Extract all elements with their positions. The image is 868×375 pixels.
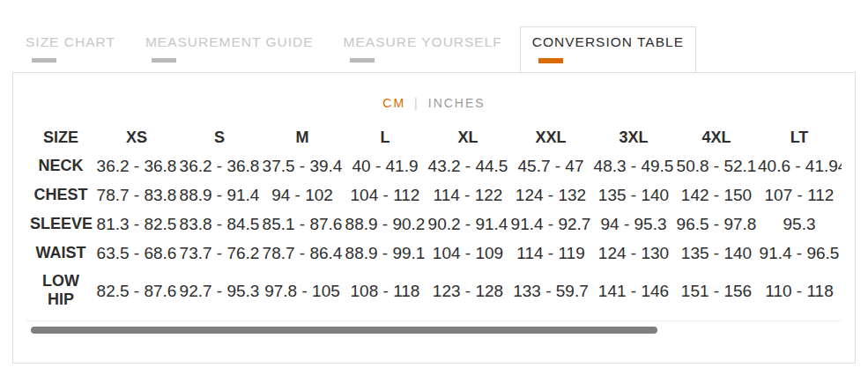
table-cell: 48.3 - 49.5 [592,151,675,180]
column-header-xs: XS [95,123,178,151]
table-cell: 114 - 122 [427,180,509,210]
unit-separator: | [414,96,419,110]
tab-size-chart[interactable]: SIZE CHART [13,26,128,72]
column-header-4xl: 4XL [675,123,758,151]
conversion-table-panel: CM|INCHES SIZEXSSMLXLXXL3XL4XLLT NECK36.… [12,72,856,364]
table-cell: 83.8 - 84.5 [178,210,261,239]
table-row-waist: WAIST63.5 - 68.673.7 - 76.278.7 - 86.488… [26,239,841,268]
table-cell: 141 - 146 [592,268,675,313]
table-scroll-area[interactable]: SIZEXSSMLXLXXL3XL4XLLT NECK36.2 - 36.836… [26,123,842,313]
table-cell: 88.9 - 91.4 [178,180,261,210]
table-cell: 85.1 - 87.6 [261,210,344,239]
table-cell: 142 - 150 [675,180,758,210]
column-header-l: L [344,123,427,151]
table-cell: 133 - 59.7 [509,268,592,313]
size-conversion-table: SIZEXSSMLXLXXL3XL4XLLT NECK36.2 - 36.836… [26,123,841,313]
table-cell: 91.4 - 92.7 [509,210,592,239]
column-header-lt: LT [758,123,841,151]
table-cell: 95.3 [758,210,841,239]
column-header-size: SIZE [26,123,95,151]
tab-conversion-table[interactable]: CONVERSION TABLE [520,26,696,72]
table-cell: 104 - 109 [427,239,509,268]
table-cell: 97.8 - 105 [261,268,344,313]
unit-toggle: CM|INCHES [13,96,855,111]
table-row-low-hip: LOW HIP82.5 - 87.692.7 - 95.397.8 - 1051… [26,268,841,313]
horizontal-scrollbar-thumb[interactable] [31,327,657,334]
row-label: SLEEVE [26,210,95,239]
tab-underline-bar [538,58,563,63]
table-cell: 91.4 - 96.5 [758,239,841,268]
table-cell: 36.2 - 36.8 [178,151,261,180]
table-row-neck: NECK36.2 - 36.836.2 - 36.837.5 - 39.440 … [26,151,841,180]
table-cell: 96.5 - 97.8 [675,210,758,239]
table-cell: 37.5 - 39.4 [261,151,344,180]
table-cell: 92.7 - 95.3 [178,268,261,313]
table-cell: 104 - 112 [344,180,427,210]
table-cell: 90.2 - 91.4 [427,210,509,239]
tab-label: MEASURE YOURSELF [344,33,502,50]
table-cell: 107 - 112 [758,180,841,210]
table-cell: 63.5 - 68.6 [95,239,178,268]
table-cell: 73.7 - 76.2 [178,239,261,268]
row-label: LOW HIP [26,268,95,313]
column-header-3xl: 3XL [592,123,675,151]
table-cell: 88.9 - 99.1 [344,239,427,268]
table-cell: 43.2 - 44.5 [427,151,509,180]
column-header-xxl: XXL [509,123,592,151]
table-header-row: SIZEXSSMLXLXXL3XL4XLLT [26,123,841,151]
tab-label: CONVERSION TABLE [532,33,684,50]
column-header-xl: XL [427,123,509,151]
unit-option-inches[interactable]: INCHES [428,96,486,110]
unit-option-cm[interactable]: CM [382,96,405,110]
table-cell: 45.7 - 47 [509,151,592,180]
table-cell: 78.7 - 83.8 [95,180,178,210]
tab-underline-bar [32,58,56,62]
table-cell: 124 - 132 [509,180,592,210]
table-cell: 78.7 - 86.4 [261,239,344,268]
table-bottom-divider [26,320,842,321]
tab-underline-bar [152,58,176,62]
table-cell: 81.3 - 82.5 [95,210,178,239]
table-cell: 88.9 - 90.2 [344,210,427,239]
row-label: NECK [26,151,95,180]
table-row-sleeve: SLEEVE81.3 - 82.583.8 - 84.585.1 - 87.68… [26,210,841,239]
tab-bar: SIZE CHART MEASUREMENT GUIDE MEASURE YOU… [0,26,868,72]
size-chart-widget: SIZE CHART MEASUREMENT GUIDE MEASURE YOU… [0,0,868,364]
table-cell: 36.2 - 36.8 [95,151,178,180]
table-cell: 135 - 140 [592,180,675,210]
tab-measure-yourself[interactable]: MEASURE YOURSELF [331,26,515,72]
row-label: CHEST [26,180,95,210]
tab-label: MEASUREMENT GUIDE [145,33,314,50]
table-cell: 40 - 41.9 [344,151,427,180]
tab-measurement-guide[interactable]: MEASUREMENT GUIDE [133,26,326,72]
table-cell: 123 - 128 [427,268,509,313]
tab-underline-bar [350,58,375,62]
table-cell: 110 - 118 [758,268,841,313]
row-label: WAIST [26,239,95,268]
table-cell: 94 - 95.3 [592,210,675,239]
table-cell: 82.5 - 87.6 [95,268,178,313]
table-cell: 151 - 156 [675,268,758,313]
table-cell: 135 - 140 [675,239,758,268]
table-cell: 94 - 102 [261,180,344,210]
table-cell: 124 - 130 [592,239,675,268]
tab-label: SIZE CHART [26,33,115,50]
table-cell: 40.6 - 41.94 [758,151,841,180]
table-row-chest: CHEST78.7 - 83.888.9 - 91.494 - 102104 -… [26,180,841,210]
table-cell: 114 - 119 [509,239,592,268]
column-header-m: M [261,123,344,151]
column-header-s: S [178,123,261,151]
horizontal-scrollbar-track[interactable] [31,327,834,334]
table-cell: 108 - 118 [344,268,427,313]
table-cell: 50.8 - 52.1 [675,151,758,180]
